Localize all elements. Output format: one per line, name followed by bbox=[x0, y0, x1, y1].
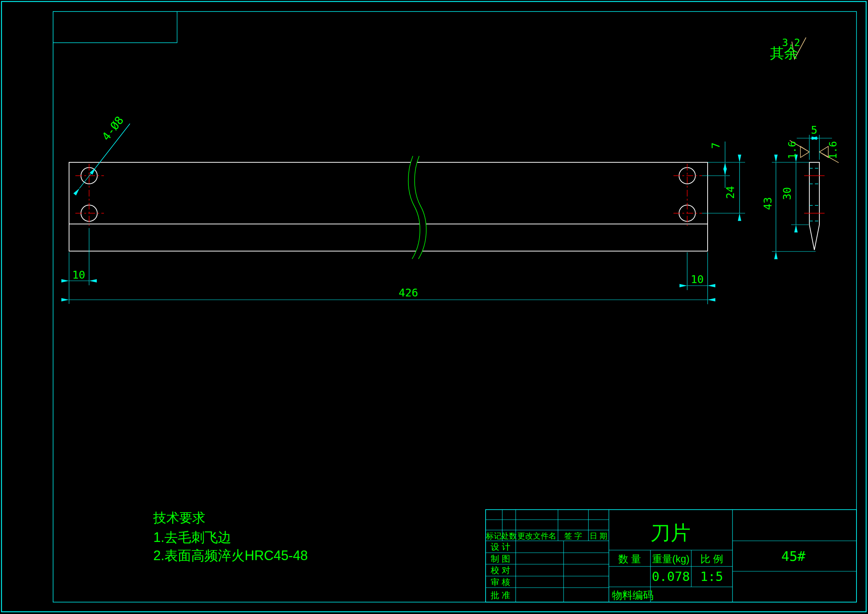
header-revision-count: 处数 bbox=[501, 532, 517, 540]
front-view bbox=[69, 124, 745, 304]
dim-30: 30 bbox=[781, 187, 794, 200]
dim-7: 7 bbox=[710, 142, 722, 149]
scale-label: 比 例 bbox=[700, 553, 723, 564]
outer-border bbox=[2, 2, 866, 612]
tech-req-item-1: 1.去毛刺飞边 bbox=[153, 530, 231, 545]
break-band bbox=[408, 156, 426, 259]
scale-value: 1:5 bbox=[700, 569, 723, 584]
dim-10-left: 10 bbox=[72, 269, 85, 281]
dim-10-right: 10 bbox=[691, 273, 704, 286]
dim-426: 426 bbox=[399, 286, 418, 299]
qty-label: 数 量 bbox=[618, 553, 641, 564]
technical-requirements: 技术要求 1.去毛刺飞边 2.表面高频淬火HRC45-48 bbox=[153, 510, 308, 563]
roughness-value-left: 1.6 bbox=[786, 141, 798, 159]
dim-43: 43 bbox=[761, 197, 774, 210]
corner-info-box bbox=[53, 11, 177, 43]
row-check: 校 对 bbox=[490, 565, 510, 575]
header-signature: 签 字 bbox=[564, 532, 582, 540]
header-changed-file: 更改文件名 bbox=[518, 532, 556, 540]
general-roughness-value: 3.2 bbox=[782, 37, 800, 48]
row-approve: 批 准 bbox=[491, 590, 510, 600]
title-block: 标记 处数 更改文件名 签 字 日 期 设 计 制 图 校 对 审 核 批 准 … bbox=[486, 510, 857, 602]
weight-value: 0.078 bbox=[652, 569, 690, 584]
weight-label: 重量(kg) bbox=[652, 553, 690, 564]
tech-req-title: 技术要求 bbox=[153, 510, 205, 525]
dimension-texts: 4-Ø8 7 24 10 10 426 5 30 43 1.6 1.6 bbox=[72, 113, 839, 299]
cad-drawing-sheet: 其余 3.2 4-Ø8 7 24 10 10 426 5 30 43 1.6 1… bbox=[0, 0, 868, 614]
material-value: 45# bbox=[781, 549, 805, 564]
roughness-value-right: 1.6 bbox=[827, 141, 839, 159]
blade-outline bbox=[69, 162, 708, 251]
dim-5: 5 bbox=[811, 124, 817, 136]
dim-hole-callout: 4-Ø8 bbox=[99, 113, 126, 143]
row-review: 审 核 bbox=[491, 577, 510, 587]
front-dims-right bbox=[702, 141, 745, 213]
drawing-canvas: 其余 3.2 4-Ø8 7 24 10 10 426 5 30 43 1.6 1… bbox=[0, 0, 868, 614]
header-date: 日 期 bbox=[589, 532, 608, 540]
part-name: 刀片 bbox=[651, 522, 691, 544]
general-roughness: 其余 3.2 bbox=[770, 37, 806, 61]
sheet-border bbox=[2, 2, 866, 612]
dim-24: 24 bbox=[724, 186, 736, 199]
front-dims-bottom bbox=[69, 228, 708, 304]
row-drafting: 制 图 bbox=[491, 554, 510, 563]
tech-req-item-2: 2.表面高频淬火HRC45-48 bbox=[153, 548, 308, 563]
header-revision-mark: 标记 bbox=[486, 532, 502, 540]
material-code-label: 物料编码 bbox=[612, 589, 653, 601]
row-design: 设 计 bbox=[491, 542, 510, 552]
center-lines bbox=[75, 164, 702, 226]
